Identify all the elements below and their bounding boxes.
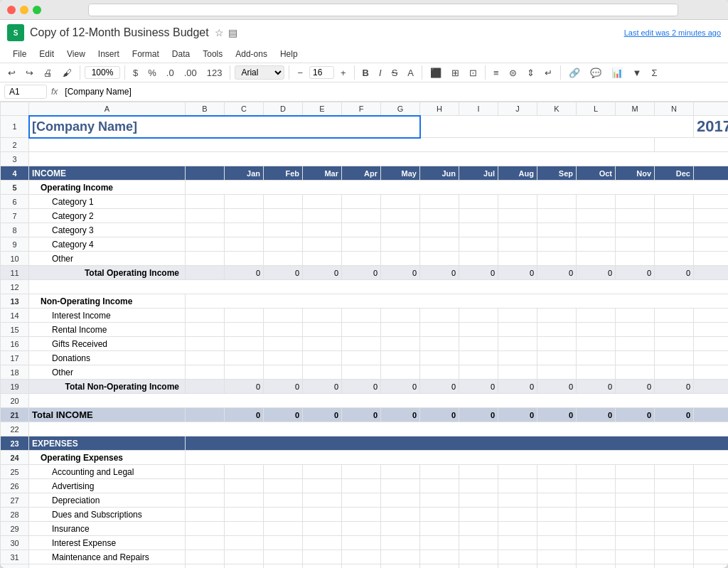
cell-J30[interactable] [498, 536, 537, 550]
cell-N21[interactable]: 0 [655, 408, 694, 422]
decimal1-button[interactable]: .0 [163, 66, 178, 80]
cell-N7[interactable] [655, 209, 694, 223]
cell-K17[interactable] [537, 351, 577, 365]
cell-M25[interactable] [616, 465, 655, 479]
cell-I15[interactable] [459, 323, 498, 337]
cell-E15[interactable] [303, 323, 342, 337]
col-header-F[interactable]: F [342, 102, 381, 116]
cell-K21[interactable]: 0 [537, 408, 577, 422]
row-num-23[interactable]: 23 [1, 436, 29, 451]
cell-C27[interactable] [225, 493, 264, 508]
cell-O7[interactable]: 0 [694, 209, 729, 223]
cell-H29[interactable] [420, 522, 459, 536]
formula-input[interactable] [62, 85, 724, 98]
cell-F15[interactable] [342, 323, 381, 337]
cell-O9[interactable]: 0 [694, 237, 729, 252]
cell-K27[interactable] [537, 493, 577, 508]
row-num-19[interactable]: 19 [1, 380, 29, 394]
chart-button[interactable]: 📊 [608, 66, 626, 80]
decimal2-button[interactable]: .00 [181, 66, 200, 80]
cell-F11[interactable]: 0 [342, 266, 381, 280]
cell-J19[interactable]: 0 [498, 380, 537, 394]
cell-O16[interactable]: 0 [694, 337, 729, 351]
cell-F29[interactable] [342, 522, 381, 536]
comment-button[interactable]: 💬 [587, 66, 605, 80]
cell-K19[interactable]: 0 [537, 380, 577, 394]
cell-H16[interactable] [420, 337, 459, 351]
row-num-26[interactable]: 26 [1, 479, 29, 493]
cell-N11[interactable]: 0 [655, 266, 694, 280]
cell-I31[interactable] [459, 550, 498, 564]
col-header-K[interactable]: K [537, 102, 577, 116]
cell-A31[interactable]: Maintenance and Repairs [29, 550, 186, 564]
cell-G31[interactable] [381, 550, 420, 564]
cell-J11[interactable]: 0 [498, 266, 537, 280]
menu-edit[interactable]: Edit [33, 47, 60, 61]
cell-N2[interactable]: Help [655, 138, 729, 152]
cell-N19[interactable]: 0 [655, 380, 694, 394]
cell-A11[interactable]: Total Operating Income [29, 266, 186, 280]
cell-M28[interactable] [616, 508, 655, 522]
row-num-32[interactable]: 32 [1, 564, 29, 569]
row-num-27[interactable]: 27 [1, 493, 29, 508]
cell-I7[interactable] [459, 209, 498, 223]
cell-B25[interactable] [186, 465, 225, 479]
cell-B32[interactable] [186, 564, 225, 569]
cell-A28[interactable]: Dues and Subscriptions [29, 508, 186, 522]
cell-N17[interactable] [655, 351, 694, 365]
cell-M27[interactable] [616, 493, 655, 508]
redo-button[interactable]: ↪ [22, 66, 37, 80]
cell-J15[interactable] [498, 323, 537, 337]
bold-button[interactable]: B [359, 66, 373, 80]
cell-N25[interactable] [655, 465, 694, 479]
cell-G27[interactable] [381, 493, 420, 508]
cell-M15[interactable] [616, 323, 655, 337]
cell-C28[interactable] [225, 508, 264, 522]
cell-A16[interactable]: Gifts Received [29, 337, 186, 351]
cell-E6[interactable] [303, 195, 342, 209]
doc-title[interactable]: Copy of 12-Month Business Budget [30, 26, 209, 39]
cell-L18[interactable] [577, 365, 616, 380]
cell-L16[interactable] [577, 337, 616, 351]
cell-N10[interactable] [655, 252, 694, 266]
cell-F32[interactable] [342, 564, 381, 569]
col-header-D[interactable]: D [264, 102, 303, 116]
cell-G29[interactable] [381, 522, 420, 536]
cell-J7[interactable] [498, 209, 537, 223]
cell-E7[interactable] [303, 209, 342, 223]
cell-J16[interactable] [498, 337, 537, 351]
cell-I32[interactable] [459, 564, 498, 569]
link-button[interactable]: 🔗 [565, 66, 584, 80]
cell-L6[interactable] [577, 195, 616, 209]
cell-D8[interactable] [264, 223, 303, 237]
cell-N15[interactable] [655, 323, 694, 337]
cell-H32[interactable] [420, 564, 459, 569]
row-num-1[interactable]: 1 [1, 116, 29, 138]
cell-N29[interactable] [655, 522, 694, 536]
cell-H14[interactable] [420, 309, 459, 323]
cell-J18[interactable] [498, 365, 537, 380]
cell-G26[interactable] [381, 479, 420, 493]
cell-H7[interactable] [420, 209, 459, 223]
menu-data[interactable]: Data [166, 47, 196, 61]
cell-J29[interactable] [498, 522, 537, 536]
cell-J9[interactable] [498, 237, 537, 252]
cell-E27[interactable] [303, 493, 342, 508]
cell-K31[interactable] [537, 550, 577, 564]
cell-J6[interactable] [498, 195, 537, 209]
cell-N14[interactable] [655, 309, 694, 323]
cell-N27[interactable] [655, 493, 694, 508]
cell-C7[interactable] [225, 209, 264, 223]
cell-H31[interactable] [420, 550, 459, 564]
cell-D15[interactable] [264, 323, 303, 337]
cell-O17[interactable]: 0 [694, 351, 729, 365]
cell-J25[interactable] [498, 465, 537, 479]
cell-A29[interactable]: Insurance [29, 522, 186, 536]
cell-O25[interactable]: 0 [694, 465, 729, 479]
cell-H19[interactable]: 0 [420, 380, 459, 394]
cell-I18[interactable] [459, 365, 498, 380]
cell-I9[interactable] [459, 237, 498, 252]
cell-O1[interactable]: 2017 Budget [694, 116, 729, 138]
col-header-J[interactable]: J [498, 102, 537, 116]
cell-F16[interactable] [342, 337, 381, 351]
